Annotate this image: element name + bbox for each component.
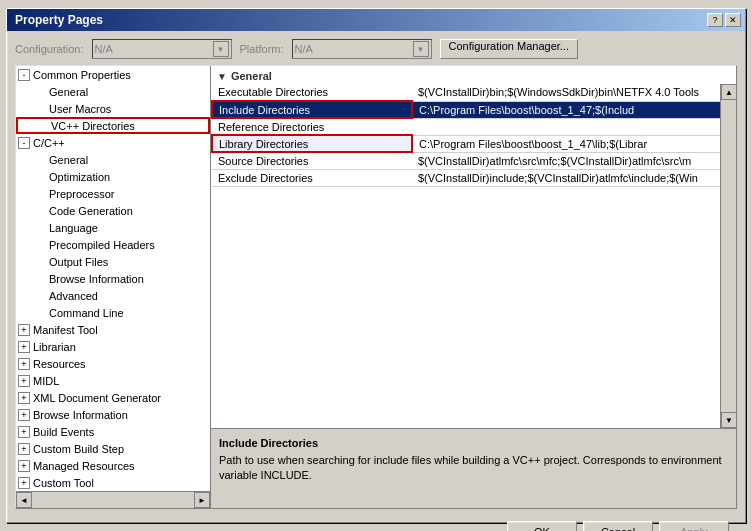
apply-button[interactable]: Apply xyxy=(659,521,729,531)
tree-item-optimization[interactable]: Optimization xyxy=(16,168,210,185)
prop-value-lib-dirs: C:\Program Files\boost\boost_1_47\lib;$(… xyxy=(412,135,720,152)
tree-label-librarian: Librarian xyxy=(33,341,76,353)
tree-item-cpp[interactable]: -C/C++ xyxy=(16,134,210,151)
prop-value-excl-dirs: $(VCInstallDir)include;$(VCInstallDir)at… xyxy=(412,169,720,186)
tree-scroll[interactable]: -Common PropertiesGeneralUser MacrosVC++… xyxy=(16,66,210,491)
tree-item-custom-tool[interactable]: +Custom Tool xyxy=(16,474,210,491)
tree-label-browse-info: Browse Information xyxy=(49,273,144,285)
expand-icon-browse-info2[interactable]: + xyxy=(18,409,30,421)
tree-item-managed-res[interactable]: +Managed Resources xyxy=(16,457,210,474)
expand-icon-librarian[interactable]: + xyxy=(18,341,30,353)
tree-label-custom-build: Custom Build Step xyxy=(33,443,124,455)
tree-item-manifest-tool[interactable]: +Manifest Tool xyxy=(16,321,210,338)
prop-row-src-dirs[interactable]: Source Directories$(VCInstallDir)atlmfc\… xyxy=(212,152,720,169)
tree-item-common-props[interactable]: -Common Properties xyxy=(16,66,210,83)
props-table: Executable Directories$(VCInstallDir)bin… xyxy=(211,84,720,187)
tree-scroll-left[interactable]: ◄ xyxy=(16,492,32,508)
title-bar: Property Pages ? ✕ xyxy=(7,9,745,31)
tree-item-midl[interactable]: +MIDL xyxy=(16,372,210,389)
cancel-button[interactable]: Cancel xyxy=(583,521,653,531)
expand-icon-managed-res[interactable]: + xyxy=(18,460,30,472)
scroll-down-arrow[interactable]: ▼ xyxy=(721,412,736,428)
right-panel: ▼ General Executable Directories$(VCInst… xyxy=(211,66,736,508)
tree-label-command-line: Command Line xyxy=(49,307,124,319)
section-title: General xyxy=(231,70,272,82)
tree-item-vcpp-dirs[interactable]: VC++ Directories xyxy=(16,117,210,134)
config-manager-button[interactable]: Configuration Manager... xyxy=(440,39,578,59)
scroll-up-arrow[interactable]: ▲ xyxy=(721,84,736,100)
tree-label-custom-tool: Custom Tool xyxy=(33,477,94,489)
tree-label-manifest-tool: Manifest Tool xyxy=(33,324,98,336)
tree-item-librarian[interactable]: +Librarian xyxy=(16,338,210,355)
prop-name-include-dirs: Include Directories xyxy=(212,101,412,118)
prop-name-excl-dirs: Exclude Directories xyxy=(212,169,412,186)
tree-item-custom-build[interactable]: +Custom Build Step xyxy=(16,440,210,457)
desc-title: Include Directories xyxy=(219,437,728,449)
section-expand-icon: ▼ xyxy=(217,71,227,82)
tree-item-build-events[interactable]: +Build Events xyxy=(16,423,210,440)
prop-row-excl-dirs[interactable]: Exclude Directories$(VCInstallDir)includ… xyxy=(212,169,720,186)
tree-item-command-line[interactable]: Command Line xyxy=(16,304,210,321)
tree-item-general[interactable]: General xyxy=(16,83,210,100)
expand-icon-build-events[interactable]: + xyxy=(18,426,30,438)
tree-item-cpp-general[interactable]: General xyxy=(16,151,210,168)
prop-value-ref-dirs xyxy=(412,118,720,135)
expand-icon-midl[interactable]: + xyxy=(18,375,30,387)
right-scroll-area: Executable Directories$(VCInstallDir)bin… xyxy=(211,84,736,428)
property-pages-window: Property Pages ? ✕ Configuration: N/A ▼ … xyxy=(6,8,746,523)
tree-item-language[interactable]: Language xyxy=(16,219,210,236)
tree-label-midl: MIDL xyxy=(33,375,59,387)
prop-name-src-dirs: Source Directories xyxy=(212,152,412,169)
ok-button[interactable]: OK xyxy=(507,521,577,531)
tree-item-preprocessor[interactable]: Preprocessor xyxy=(16,185,210,202)
tree-label-advanced: Advanced xyxy=(49,290,98,302)
tree-item-user-macros[interactable]: User Macros xyxy=(16,100,210,117)
tree-label-user-macros: User Macros xyxy=(49,103,111,115)
desc-text: Path to use when searching for include f… xyxy=(219,453,728,484)
expand-icon-resources[interactable]: + xyxy=(18,358,30,370)
tree-label-common-props: Common Properties xyxy=(33,69,131,81)
window-title: Property Pages xyxy=(11,13,103,27)
help-button[interactable]: ? xyxy=(707,13,723,27)
tree-scroll-right[interactable]: ► xyxy=(194,492,210,508)
prop-row-ref-dirs[interactable]: Reference Directories xyxy=(212,118,720,135)
expand-icon-custom-tool[interactable]: + xyxy=(18,477,30,489)
prop-row-lib-dirs[interactable]: Library DirectoriesC:\Program Files\boos… xyxy=(212,135,720,152)
expand-icon-common-props[interactable]: - xyxy=(18,69,30,81)
section-header: ▼ General xyxy=(211,66,736,84)
platform-combo-arrow[interactable]: ▼ xyxy=(413,41,429,57)
config-label: Configuration: xyxy=(15,43,84,55)
tree-item-advanced[interactable]: Advanced xyxy=(16,287,210,304)
config-combo-arrow[interactable]: ▼ xyxy=(213,41,229,57)
tree-hscroll-bar[interactable] xyxy=(32,492,194,508)
tree-label-build-events: Build Events xyxy=(33,426,94,438)
tree-label-cpp-general: General xyxy=(49,154,88,166)
tree-item-precompiled[interactable]: Precompiled Headers xyxy=(16,236,210,253)
config-combo[interactable]: N/A ▼ xyxy=(92,39,232,59)
expand-icon-custom-build[interactable]: + xyxy=(18,443,30,455)
tree-label-managed-res: Managed Resources xyxy=(33,460,135,472)
prop-value-src-dirs: $(VCInstallDir)atlmfc\src\mfc;$(VCInstal… xyxy=(412,152,720,169)
expand-icon-xml-doc[interactable]: + xyxy=(18,392,30,404)
close-button[interactable]: ✕ xyxy=(725,13,741,27)
platform-combo[interactable]: N/A ▼ xyxy=(292,39,432,59)
expand-icon-cpp[interactable]: - xyxy=(18,137,30,149)
scroll-thumb[interactable] xyxy=(721,100,736,412)
tree-item-code-gen[interactable]: Code Generation xyxy=(16,202,210,219)
right-scrollbar[interactable]: ▲ ▼ xyxy=(720,84,736,428)
toolbar-row: Configuration: N/A ▼ Platform: N/A ▼ Con… xyxy=(15,39,737,59)
prop-row-include-dirs[interactable]: Include DirectoriesC:\Program Files\boos… xyxy=(212,101,720,118)
tree-label-optimization: Optimization xyxy=(49,171,110,183)
tree-item-resources[interactable]: +Resources xyxy=(16,355,210,372)
expand-icon-manifest-tool[interactable]: + xyxy=(18,324,30,336)
prop-name-ref-dirs: Reference Directories xyxy=(212,118,412,135)
tree-label-vcpp-dirs: VC++ Directories xyxy=(51,120,135,132)
tree-item-browse-info2[interactable]: +Browse Information xyxy=(16,406,210,423)
tree-item-output-files[interactable]: Output Files xyxy=(16,253,210,270)
tree-label-output-files: Output Files xyxy=(49,256,108,268)
prop-value-include-dirs: C:\Program Files\boost\boost_1_47;$(Incl… xyxy=(412,101,720,118)
prop-row-exec-dirs[interactable]: Executable Directories$(VCInstallDir)bin… xyxy=(212,84,720,101)
tree-item-xml-doc[interactable]: +XML Document Generator xyxy=(16,389,210,406)
tree-item-browse-info[interactable]: Browse Information xyxy=(16,270,210,287)
config-value: N/A xyxy=(95,43,213,55)
